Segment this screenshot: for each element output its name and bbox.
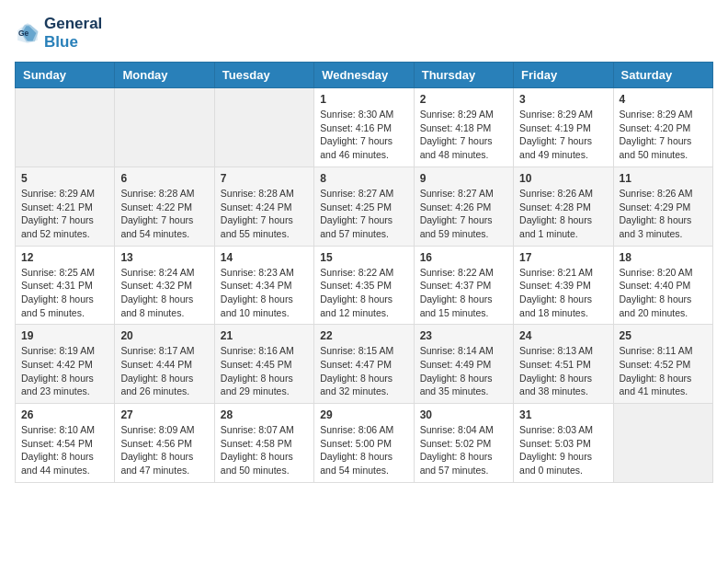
calendar-cell: 8Sunrise: 8:27 AM Sunset: 4:25 PM Daylig… (314, 167, 414, 246)
calendar-cell: 20Sunrise: 8:17 AM Sunset: 4:44 PM Dayli… (115, 325, 214, 404)
weekday-header-thursday: Thursday (414, 63, 513, 88)
calendar-cell: 27Sunrise: 8:09 AM Sunset: 4:56 PM Dayli… (115, 404, 214, 483)
calendar-cell: 19Sunrise: 8:19 AM Sunset: 4:42 PM Dayli… (16, 325, 115, 404)
day-number: 29 (320, 408, 407, 421)
calendar-cell: 26Sunrise: 8:10 AM Sunset: 4:54 PM Dayli… (16, 404, 115, 483)
logo-text-line2: Blue (44, 33, 102, 52)
calendar-cell: 10Sunrise: 8:26 AM Sunset: 4:28 PM Dayli… (514, 167, 613, 246)
day-info: Sunrise: 8:21 AM Sunset: 4:39 PM Dayligh… (519, 266, 607, 320)
calendar-week-row: 5Sunrise: 8:29 AM Sunset: 4:21 PM Daylig… (16, 167, 713, 246)
logo: Ge General Blue (15, 15, 102, 51)
day-number: 19 (21, 329, 108, 342)
day-number: 15 (320, 251, 407, 264)
day-info: Sunrise: 8:29 AM Sunset: 4:18 PM Dayligh… (420, 108, 507, 162)
weekday-header-wednesday: Wednesday (314, 63, 414, 88)
weekday-header-sunday: Sunday (16, 63, 115, 88)
day-number: 11 (620, 172, 707, 185)
day-number: 28 (221, 408, 308, 421)
calendar-cell: 1Sunrise: 8:30 AM Sunset: 4:16 PM Daylig… (314, 88, 414, 167)
calendar-cell: 18Sunrise: 8:20 AM Sunset: 4:40 PM Dayli… (613, 246, 712, 325)
calendar-cell: 24Sunrise: 8:13 AM Sunset: 4:51 PM Dayli… (514, 325, 613, 404)
day-info: Sunrise: 8:27 AM Sunset: 4:26 PM Dayligh… (420, 187, 507, 241)
calendar-week-row: 26Sunrise: 8:10 AM Sunset: 4:54 PM Dayli… (16, 404, 713, 483)
day-info: Sunrise: 8:26 AM Sunset: 4:28 PM Dayligh… (519, 187, 607, 241)
day-info: Sunrise: 8:20 AM Sunset: 4:40 PM Dayligh… (620, 266, 707, 320)
day-info: Sunrise: 8:30 AM Sunset: 4:16 PM Dayligh… (320, 108, 407, 162)
calendar-table: SundayMondayTuesdayWednesdayThursdayFrid… (15, 62, 713, 483)
day-number: 25 (620, 329, 707, 342)
day-info: Sunrise: 8:29 AM Sunset: 4:19 PM Dayligh… (519, 108, 607, 162)
day-number: 4 (620, 93, 707, 106)
calendar-cell: 5Sunrise: 8:29 AM Sunset: 4:21 PM Daylig… (16, 167, 115, 246)
day-number: 22 (320, 329, 407, 342)
calendar-cell: 23Sunrise: 8:14 AM Sunset: 4:49 PM Dayli… (414, 325, 513, 404)
calendar-cell: 13Sunrise: 8:24 AM Sunset: 4:32 PM Dayli… (115, 246, 214, 325)
day-number: 21 (221, 329, 308, 342)
day-info: Sunrise: 8:17 AM Sunset: 4:44 PM Dayligh… (120, 344, 208, 398)
day-number: 18 (620, 251, 707, 264)
calendar-cell (613, 404, 712, 483)
day-info: Sunrise: 8:22 AM Sunset: 4:35 PM Dayligh… (320, 266, 407, 320)
calendar-cell: 7Sunrise: 8:28 AM Sunset: 4:24 PM Daylig… (214, 167, 313, 246)
calendar-week-row: 1Sunrise: 8:30 AM Sunset: 4:16 PM Daylig… (16, 88, 713, 167)
day-info: Sunrise: 8:15 AM Sunset: 4:47 PM Dayligh… (320, 344, 407, 398)
day-info: Sunrise: 8:29 AM Sunset: 4:21 PM Dayligh… (21, 187, 108, 241)
day-info: Sunrise: 8:29 AM Sunset: 4:20 PM Dayligh… (620, 108, 707, 162)
day-info: Sunrise: 8:13 AM Sunset: 4:51 PM Dayligh… (519, 344, 607, 398)
calendar-cell: 21Sunrise: 8:16 AM Sunset: 4:45 PM Dayli… (214, 325, 313, 404)
day-number: 3 (519, 93, 607, 106)
calendar-week-row: 12Sunrise: 8:25 AM Sunset: 4:31 PM Dayli… (16, 246, 713, 325)
calendar-cell: 29Sunrise: 8:06 AM Sunset: 5:00 PM Dayli… (314, 404, 414, 483)
calendar-cell: 12Sunrise: 8:25 AM Sunset: 4:31 PM Dayli… (16, 246, 115, 325)
calendar-cell: 16Sunrise: 8:22 AM Sunset: 4:37 PM Dayli… (414, 246, 513, 325)
day-info: Sunrise: 8:14 AM Sunset: 4:49 PM Dayligh… (420, 344, 507, 398)
day-info: Sunrise: 8:24 AM Sunset: 4:32 PM Dayligh… (120, 266, 208, 320)
calendar-cell: 17Sunrise: 8:21 AM Sunset: 4:39 PM Dayli… (514, 246, 613, 325)
day-info: Sunrise: 8:06 AM Sunset: 5:00 PM Dayligh… (320, 423, 407, 477)
day-info: Sunrise: 8:28 AM Sunset: 4:24 PM Dayligh… (221, 187, 308, 241)
calendar-cell: 28Sunrise: 8:07 AM Sunset: 4:58 PM Dayli… (214, 404, 313, 483)
day-info: Sunrise: 8:09 AM Sunset: 4:56 PM Dayligh… (120, 423, 208, 477)
weekday-header-row: SundayMondayTuesdayWednesdayThursdayFrid… (16, 63, 713, 88)
calendar-cell: 3Sunrise: 8:29 AM Sunset: 4:19 PM Daylig… (514, 88, 613, 167)
day-number: 14 (221, 251, 308, 264)
day-number: 12 (21, 251, 108, 264)
calendar-cell: 4Sunrise: 8:29 AM Sunset: 4:20 PM Daylig… (613, 88, 712, 167)
weekday-header-friday: Friday (514, 63, 613, 88)
day-number: 24 (519, 329, 607, 342)
day-info: Sunrise: 8:23 AM Sunset: 4:34 PM Dayligh… (221, 266, 308, 320)
calendar-cell (214, 88, 313, 167)
calendar-week-row: 19Sunrise: 8:19 AM Sunset: 4:42 PM Dayli… (16, 325, 713, 404)
day-number: 2 (420, 93, 507, 106)
day-number: 6 (120, 172, 208, 185)
day-info: Sunrise: 8:03 AM Sunset: 5:03 PM Dayligh… (519, 423, 607, 477)
weekday-header-saturday: Saturday (613, 63, 712, 88)
day-info: Sunrise: 8:11 AM Sunset: 4:52 PM Dayligh… (620, 344, 707, 398)
day-number: 30 (420, 408, 507, 421)
day-number: 23 (420, 329, 507, 342)
calendar-cell: 9Sunrise: 8:27 AM Sunset: 4:26 PM Daylig… (414, 167, 513, 246)
day-info: Sunrise: 8:22 AM Sunset: 4:37 PM Dayligh… (420, 266, 507, 320)
page-header: Ge General Blue (15, 15, 713, 51)
day-number: 20 (120, 329, 208, 342)
calendar-cell (115, 88, 214, 167)
day-info: Sunrise: 8:27 AM Sunset: 4:25 PM Dayligh… (320, 187, 407, 241)
day-number: 16 (420, 251, 507, 264)
svg-text:Ge: Ge (18, 29, 29, 38)
day-info: Sunrise: 8:26 AM Sunset: 4:29 PM Dayligh… (620, 187, 707, 241)
day-info: Sunrise: 8:07 AM Sunset: 4:58 PM Dayligh… (221, 423, 308, 477)
day-info: Sunrise: 8:04 AM Sunset: 5:02 PM Dayligh… (420, 423, 507, 477)
logo-text-line1: General (44, 15, 102, 33)
day-number: 26 (21, 408, 108, 421)
calendar-cell (16, 88, 115, 167)
weekday-header-monday: Monday (115, 63, 214, 88)
day-number: 9 (420, 172, 507, 185)
day-info: Sunrise: 8:28 AM Sunset: 4:22 PM Dayligh… (120, 187, 208, 241)
logo-icon: Ge (15, 20, 40, 46)
day-number: 5 (21, 172, 108, 185)
day-number: 17 (519, 251, 607, 264)
calendar-cell: 11Sunrise: 8:26 AM Sunset: 4:29 PM Dayli… (613, 167, 712, 246)
calendar-cell: 14Sunrise: 8:23 AM Sunset: 4:34 PM Dayli… (214, 246, 313, 325)
day-number: 8 (320, 172, 407, 185)
calendar-cell: 31Sunrise: 8:03 AM Sunset: 5:03 PM Dayli… (514, 404, 613, 483)
